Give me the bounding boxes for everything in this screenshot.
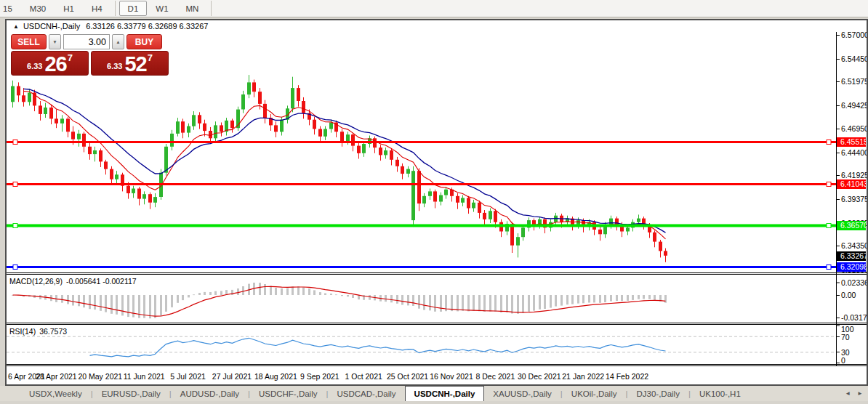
price-badge-6.32098: 6.32098 [837,262,867,272]
price-badge-6.45515: 6.45515 [837,137,867,147]
price-badge-6.36570: 6.36570 [837,221,867,230]
chart-body[interactable]: 6.570006.544506.519756.494256.469506.444… [7,32,867,384]
timeframe-toolbar: 15M30H1H4D1W1MN [0,0,868,17]
svg-text:25 Oct 2021: 25 Oct 2021 [387,372,428,381]
tab-usdx-weekly[interactable]: USDX,Weekly [20,386,91,401]
svg-text:20 May 2021: 20 May 2021 [78,372,122,381]
volume-input[interactable] [63,34,110,49]
timeframe-button-h4[interactable]: H4 [83,1,111,16]
price-badge-6.41043: 6.41043 [837,179,867,189]
rsi-line [90,338,666,357]
tab-scroll-left-icon[interactable]: ◄ [845,390,851,397]
macd-values: -0.005641 -0.002117 [66,277,137,286]
svg-text:6.57000: 6.57000 [841,32,867,39]
svg-text:6.39375: 6.39375 [841,195,867,203]
rsi-name: RSI(14) [9,327,36,336]
svg-text:0.023365: 0.023365 [841,278,867,287]
svg-text:0: 0 [841,356,845,365]
svg-text:9 Sep 2021: 9 Sep 2021 [300,372,339,381]
svg-text:8 Dec 2021: 8 Dec 2021 [476,372,515,381]
svg-text:30: 30 [841,348,850,357]
tab-ukoil-daily[interactable]: UKOil-,Daily [563,386,626,401]
ma-slow-line [24,89,666,233]
trading-terminal: 15M30H1H4D1W1MN ▲ USDCNH-,Daily 6.33126 … [0,0,868,404]
sell-button[interactable]: SELL [11,34,47,49]
svg-text:28 Apr 2021: 28 Apr 2021 [36,372,77,381]
buy-price-box[interactable]: 6.33 52 7 [91,51,169,76]
svg-text:6.33267: 6.33267 [840,251,867,260]
svg-text:18 Aug 2021: 18 Aug 2021 [254,372,297,381]
chart-titlebar: ▲ USDCNH-,Daily 6.33126 6.33779 6.32689 … [7,20,867,32]
toolbar-separator [115,1,116,16]
svg-text:6.41043: 6.41043 [840,179,867,188]
buy-price-main: 52 [124,55,146,73]
timeframe-button-15[interactable]: 15 [0,1,21,16]
timeframe-button-w1[interactable]: W1 [147,1,177,16]
svg-text:6.49425: 6.49425 [841,101,867,110]
chart-title: USDCNH-,Daily [23,22,80,31]
hline-6.45515[interactable] [7,140,836,145]
svg-text:30 Dec 2021: 30 Dec 2021 [518,372,561,381]
svg-text:21 Jan 2022: 21 Jan 2022 [562,372,604,381]
svg-text:16 Nov 2021: 16 Nov 2021 [430,372,473,381]
tab-uk100-h1[interactable]: UK100-,H1 [691,386,750,401]
svg-text:27 Jul 2021: 27 Jul 2021 [212,372,252,381]
hline-6.41043[interactable] [7,182,836,187]
buy-button[interactable]: BUY [126,34,162,49]
tab-dj30-daily[interactable]: DJ30-,Daily [627,386,688,401]
toolbar-separator [211,1,212,16]
svg-text:6.41925: 6.41925 [841,171,867,179]
tab-usdcnh-daily[interactable]: USDCNH-,Daily [405,386,485,401]
sell-price-box[interactable]: 6.33 26 7 [11,51,89,76]
svg-text:6.45515: 6.45515 [840,137,867,146]
macd-indicator-label: MACD(12,26,9)-0.005641 -0.002117 [9,277,137,286]
chart-window: ▲ USDCNH-,Daily 6.33126 6.33779 6.32689 … [5,19,868,386]
tab-usdcad-daily[interactable]: USDCAD-,Daily [328,386,404,401]
svg-text:0.00: 0.00 [841,291,856,299]
volume-decrease-button[interactable]: ▼ [49,34,61,49]
ma-fast-line [24,92,666,239]
collapse-triangle-icon[interactable]: ▲ [13,23,19,30]
tab-scroll-right-icon[interactable]: ► [857,390,863,397]
macd-name: MACD(12,26,9) [9,277,63,286]
svg-text:14 Feb 2022: 14 Feb 2022 [606,372,648,381]
macd-indicator [12,283,667,318]
one-click-trade-panel: SELL ▼ ▲ BUY 6.33 26 7 6.33 52 7 [11,34,174,76]
tab-usdchf-daily[interactable]: USDCHF-,Daily [250,386,326,401]
tab-audusd-daily[interactable]: AUDUSD-,Daily [172,386,248,401]
buy-price-prefix: 6.33 [107,62,122,70]
date-axis[interactable]: 6 Apr 202128 Apr 202120 May 202111 Jun 2… [8,372,648,381]
svg-text:6.44400: 6.44400 [841,148,867,157]
volume-increase-button[interactable]: ▲ [112,34,124,49]
timeframe-button-h1[interactable]: H1 [55,1,83,16]
svg-text:6.51975: 6.51975 [841,77,867,86]
svg-text:5 Jul 2021: 5 Jul 2021 [170,372,206,381]
hline-6.32098[interactable] [7,265,836,270]
svg-text:11 Jun 2021: 11 Jun 2021 [124,372,165,381]
timeframe-button-mn[interactable]: MN [177,1,208,16]
sell-price-pip: 7 [68,52,73,63]
sell-price-main: 26 [44,55,66,73]
price-axis[interactable]: 6.570006.544506.519756.494256.469506.444… [837,32,867,274]
svg-text:6.46950: 6.46950 [841,124,867,133]
svg-text:-0.031744: -0.031744 [841,313,867,322]
tab-xauusd-daily[interactable]: XAUUSD-,Daily [484,386,560,401]
hline-6.36570[interactable] [7,224,836,228]
candles-layer [11,75,667,262]
chart-ohlc-values: 6.33126 6.33779 6.32689 6.33267 [86,22,208,31]
svg-text:6.54450: 6.54450 [841,54,867,63]
sell-price-prefix: 6.33 [27,62,42,70]
chart-tabs-bar: ◄ ► USDX,Weekly|EURUSD-,Daily|AUDUSD-,Da… [0,386,868,401]
buy-price-pip: 7 [148,52,153,63]
tab-eurusd-daily[interactable]: EURUSD-,Daily [93,386,169,401]
rsi-value: 36.7573 [39,327,67,336]
svg-text:6.36570: 6.36570 [840,221,867,230]
svg-text:1 Oct 2021: 1 Oct 2021 [345,372,383,381]
timeframe-button-m30[interactable]: M30 [21,1,55,16]
svg-text:6.34350: 6.34350 [841,241,867,250]
tab-scroll-arrows: ◄ ► [845,386,863,401]
price-chart-svg[interactable]: 6.570006.544506.519756.494256.469506.444… [7,32,867,384]
timeframe-button-d1[interactable]: D1 [119,1,148,16]
price-badge-6.33267: 6.33267 [837,251,867,261]
svg-text:6.32098: 6.32098 [840,262,867,271]
